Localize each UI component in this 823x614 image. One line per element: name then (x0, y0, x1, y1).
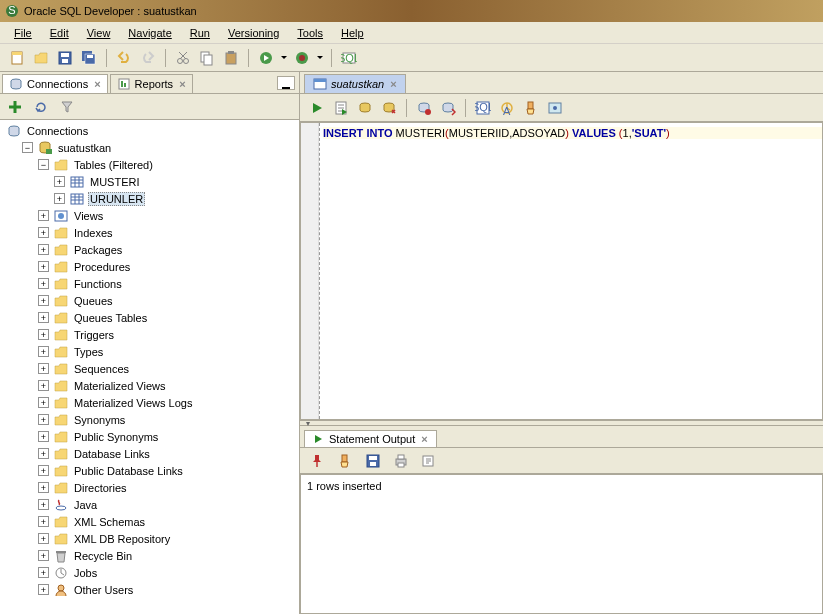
tree-node-public-synonyms[interactable]: +Public Synonyms (2, 428, 297, 445)
tree-collapse-icon[interactable]: − (38, 159, 49, 170)
snippets-button[interactable] (544, 97, 566, 119)
tree-expand-icon[interactable]: + (38, 380, 49, 391)
tree-node-queues[interactable]: +Queues (2, 292, 297, 309)
menu-edit[interactable]: Edit (42, 25, 77, 41)
clear-button[interactable] (520, 97, 542, 119)
tree-expand-icon[interactable]: + (38, 312, 49, 323)
tree-node-functions[interactable]: +Functions (2, 275, 297, 292)
cut-button[interactable] (172, 47, 194, 69)
debug-dropdown[interactable] (315, 54, 325, 62)
menu-file[interactable]: File (6, 25, 40, 41)
menu-run[interactable]: Run (182, 25, 218, 41)
tree-expand-icon[interactable]: + (38, 482, 49, 493)
undo-button[interactable] (113, 47, 135, 69)
tree-node-synonyms[interactable]: +Synonyms (2, 411, 297, 428)
menu-navigate[interactable]: Navigate (120, 25, 179, 41)
menu-help[interactable]: Help (333, 25, 372, 41)
run-dropdown[interactable] (279, 54, 289, 62)
tree-expand-icon[interactable]: + (54, 193, 65, 204)
menu-view[interactable]: View (79, 25, 119, 41)
run-green-button[interactable] (255, 47, 277, 69)
tree-root-connections[interactable]: Connections (2, 122, 297, 139)
tree-node-public-database-links[interactable]: +Public Database Links (2, 462, 297, 479)
new-button[interactable] (6, 47, 28, 69)
tree-node-other-users[interactable]: +Other Users (2, 581, 297, 598)
run-script-button[interactable] (330, 97, 352, 119)
tree-node-types[interactable]: +Types (2, 343, 297, 360)
tree-expand-icon[interactable]: + (38, 261, 49, 272)
left-minimize-button[interactable] (277, 76, 295, 90)
tree-expand-icon[interactable]: + (38, 448, 49, 459)
tree-table-musteri[interactable]: + MUSTERI (2, 173, 297, 190)
redo-button[interactable] (137, 47, 159, 69)
tree-expand-icon[interactable]: + (54, 176, 65, 187)
editor-tab-close[interactable]: × (390, 78, 396, 90)
tree-expand-icon[interactable]: + (38, 346, 49, 357)
reports-close[interactable]: × (179, 78, 185, 90)
tree-tables[interactable]: − Tables (Filtered) (2, 156, 297, 173)
save-button[interactable] (54, 47, 76, 69)
connections-tab[interactable]: Connections × (2, 74, 108, 93)
tree-expand-icon[interactable]: + (38, 210, 49, 221)
copy-button[interactable] (196, 47, 218, 69)
connections-close[interactable]: × (94, 78, 100, 90)
tree-expand-icon[interactable]: + (38, 295, 49, 306)
autotrace-button[interactable]: A (496, 97, 518, 119)
tree-node-directories[interactable]: +Directories (2, 479, 297, 496)
tree-expand-icon[interactable]: + (38, 244, 49, 255)
tree-expand-icon[interactable]: + (38, 465, 49, 476)
output-tab-close[interactable]: × (421, 433, 427, 445)
filter-button[interactable] (56, 96, 78, 118)
tree-node-indexes[interactable]: +Indexes (2, 224, 297, 241)
tree-node-xml-schemas[interactable]: +XML Schemas (2, 513, 297, 530)
tree-node-jobs[interactable]: +Jobs (2, 564, 297, 581)
tree-node-triggers[interactable]: +Triggers (2, 326, 297, 343)
open-button[interactable] (30, 47, 52, 69)
tree-collapse-icon[interactable]: − (22, 142, 33, 153)
tree-node-materialized-views-logs[interactable]: +Materialized Views Logs (2, 394, 297, 411)
print-button[interactable] (390, 450, 412, 472)
tree-expand-icon[interactable]: + (38, 363, 49, 374)
save-all-button[interactable] (78, 47, 100, 69)
output-content[interactable]: 1 rows inserted (300, 474, 823, 614)
tree-node-procedures[interactable]: +Procedures (2, 258, 297, 275)
new-connection-button[interactable] (4, 96, 26, 118)
editor-tab[interactable]: suatustkan × (304, 74, 406, 93)
cancel-button[interactable] (413, 97, 435, 119)
tree-expand-icon[interactable]: + (38, 397, 49, 408)
sql-editor[interactable]: INSERT INTO MUSTERI(MUSTERIID,ADSOYAD) V… (300, 122, 823, 420)
debug-button[interactable] (291, 47, 313, 69)
statement-output-tab[interactable]: Statement Output × (304, 430, 437, 447)
rollback-button[interactable] (378, 97, 400, 119)
tree-node-recycle-bin[interactable]: +Recycle Bin (2, 547, 297, 564)
tree-node-sequences[interactable]: +Sequences (2, 360, 297, 377)
sql-code[interactable]: INSERT INTO MUSTERI(MUSTERIID,ADSOYAD) V… (323, 127, 822, 139)
tree-expand-icon[interactable]: + (38, 329, 49, 340)
pin-button[interactable] (306, 450, 328, 472)
clear-output-button[interactable] (334, 450, 356, 472)
tree-expand-icon[interactable]: + (38, 550, 49, 561)
run-statement-button[interactable] (306, 97, 328, 119)
tree-expand-icon[interactable]: + (38, 431, 49, 442)
tree-node-database-links[interactable]: +Database Links (2, 445, 297, 462)
reports-tab[interactable]: Reports × (110, 74, 193, 93)
connections-tree[interactable]: Connections − suatustkan − Tables (Filte… (0, 120, 299, 614)
tree-expand-icon[interactable]: + (38, 499, 49, 510)
tree-connection[interactable]: − suatustkan (2, 139, 297, 156)
sql-history-button[interactable] (437, 97, 459, 119)
export-button[interactable] (418, 450, 440, 472)
paste-button[interactable] (220, 47, 242, 69)
tree-expand-icon[interactable]: + (38, 227, 49, 238)
tree-node-java[interactable]: +Java (2, 496, 297, 513)
tree-table-urunler[interactable]: + URUNLER (2, 190, 297, 207)
tree-node-materialized-views[interactable]: +Materialized Views (2, 377, 297, 394)
tree-expand-icon[interactable]: + (38, 516, 49, 527)
tree-expand-icon[interactable]: + (38, 414, 49, 425)
tree-expand-icon[interactable]: + (38, 567, 49, 578)
tree-expand-icon[interactable]: + (38, 533, 49, 544)
commit-button[interactable] (354, 97, 376, 119)
save-output-button[interactable] (362, 450, 384, 472)
menu-versioning[interactable]: Versioning (220, 25, 287, 41)
explain-plan-button[interactable]: SQL (472, 97, 494, 119)
tree-expand-icon[interactable]: + (38, 584, 49, 595)
